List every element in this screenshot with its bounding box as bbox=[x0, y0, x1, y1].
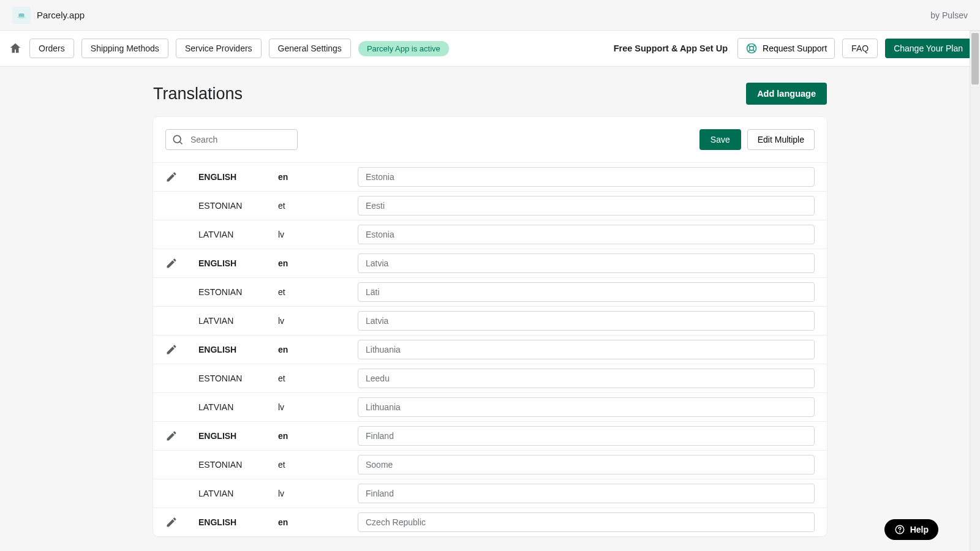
language-code: en bbox=[278, 431, 358, 441]
save-button[interactable]: Save bbox=[699, 129, 741, 150]
edit-row-button[interactable] bbox=[165, 343, 198, 356]
translation-input[interactable] bbox=[358, 196, 815, 216]
pencil-icon bbox=[165, 257, 178, 269]
edit-row-button[interactable] bbox=[165, 257, 198, 269]
language-name: ESTONIAN bbox=[198, 373, 278, 383]
translation-input[interactable] bbox=[358, 253, 815, 273]
svg-line-5 bbox=[753, 45, 755, 47]
language-name: ESTONIAN bbox=[198, 201, 278, 211]
app-title: Parcely.app bbox=[37, 10, 85, 20]
svg-point-8 bbox=[173, 135, 181, 143]
translation-row: ENGLISHen bbox=[153, 335, 827, 364]
svg-line-9 bbox=[180, 142, 183, 144]
translation-row: ESTONIANet bbox=[153, 364, 827, 392]
translation-input[interactable] bbox=[358, 455, 815, 474]
translation-row: LATVIANlv bbox=[153, 479, 827, 508]
translation-row: ENGLISHen bbox=[153, 249, 827, 277]
pencil-icon bbox=[165, 171, 178, 183]
svg-line-6 bbox=[748, 50, 750, 52]
edit-row-button[interactable] bbox=[165, 430, 198, 442]
language-name: ENGLISH bbox=[198, 258, 278, 268]
app-vendor: by Pulsev bbox=[930, 10, 968, 20]
translation-row: ESTONIANet bbox=[153, 277, 827, 306]
language-code: et bbox=[278, 460, 358, 470]
scrollbar[interactable] bbox=[970, 31, 980, 551]
language-name: ESTONIAN bbox=[198, 287, 278, 297]
svg-point-3 bbox=[750, 47, 754, 51]
language-name: LATVIAN bbox=[198, 316, 278, 326]
translation-row: LATVIANlv bbox=[153, 306, 827, 335]
translation-input[interactable] bbox=[358, 340, 815, 359]
translation-input[interactable] bbox=[358, 426, 815, 446]
pencil-icon bbox=[165, 516, 178, 528]
translation-input[interactable] bbox=[358, 484, 815, 503]
navbar: Orders Shipping Methods Service Provider… bbox=[0, 31, 980, 67]
nav-providers[interactable]: Service Providers bbox=[176, 39, 262, 58]
language-code: lv bbox=[278, 316, 358, 326]
app-logo bbox=[12, 7, 31, 24]
app-topbar: Parcely.app by Pulsev bbox=[0, 0, 980, 31]
language-name: LATVIAN bbox=[198, 230, 278, 239]
svg-line-7 bbox=[753, 50, 755, 52]
language-code: et bbox=[278, 287, 358, 297]
nav-shipping[interactable]: Shipping Methods bbox=[81, 39, 168, 58]
add-language-button[interactable]: Add language bbox=[746, 83, 827, 105]
translation-input[interactable] bbox=[358, 311, 815, 331]
translation-row: LATVIANlv bbox=[153, 392, 827, 421]
change-plan-button[interactable]: Change Your Plan bbox=[885, 39, 971, 58]
home-icon[interactable] bbox=[9, 42, 22, 55]
request-support-label: Request Support bbox=[763, 43, 827, 53]
language-name: ENGLISH bbox=[198, 345, 278, 354]
language-code: lv bbox=[278, 230, 358, 239]
parcel-logo-icon bbox=[16, 10, 27, 21]
language-code: en bbox=[278, 258, 358, 268]
faq-button[interactable]: FAQ bbox=[842, 39, 878, 58]
svg-rect-1 bbox=[17, 17, 26, 18]
svg-line-4 bbox=[748, 45, 750, 47]
support-text: Free Support & App Set Up bbox=[614, 43, 728, 53]
nav-orders[interactable]: Orders bbox=[29, 39, 74, 58]
translation-input[interactable] bbox=[358, 225, 815, 244]
language-name: ESTONIAN bbox=[198, 460, 278, 470]
translation-row: ENGLISHen bbox=[153, 162, 827, 191]
language-code: en bbox=[278, 517, 358, 527]
lifebuoy-icon bbox=[745, 42, 758, 54]
translations-card: Save Edit Multiple ENGLISHenESTONIANetLA… bbox=[153, 117, 827, 536]
language-code: et bbox=[278, 201, 358, 211]
translation-input[interactable] bbox=[358, 369, 815, 388]
translation-row: ESTONIANet bbox=[153, 191, 827, 220]
edit-row-button[interactable] bbox=[165, 516, 198, 528]
nav-general[interactable]: General Settings bbox=[269, 39, 351, 58]
language-name: LATVIAN bbox=[198, 489, 278, 498]
translation-row: LATVIANlv bbox=[153, 220, 827, 249]
help-icon bbox=[894, 524, 905, 535]
translation-input[interactable] bbox=[358, 512, 815, 532]
pencil-icon bbox=[165, 343, 178, 356]
help-label: Help bbox=[910, 525, 929, 534]
language-name: LATVIAN bbox=[198, 402, 278, 412]
scrollbar-thumb[interactable] bbox=[971, 33, 979, 84]
translation-row: ENGLISHen bbox=[153, 421, 827, 450]
language-name: ENGLISH bbox=[198, 431, 278, 441]
language-code: lv bbox=[278, 402, 358, 412]
language-code: en bbox=[278, 345, 358, 354]
search-icon bbox=[172, 133, 184, 146]
translation-row: ESTONIANet bbox=[153, 450, 827, 479]
help-button[interactable]: Help bbox=[884, 519, 938, 540]
edit-row-button[interactable] bbox=[165, 171, 198, 183]
request-support-button[interactable]: Request Support bbox=[737, 38, 835, 59]
language-name: ENGLISH bbox=[198, 172, 278, 182]
search-input[interactable] bbox=[165, 129, 298, 150]
translation-input[interactable] bbox=[358, 397, 815, 417]
edit-multiple-button[interactable]: Edit Multiple bbox=[747, 129, 815, 150]
translation-row: ENGLISHen bbox=[153, 508, 827, 536]
language-code: en bbox=[278, 172, 358, 182]
translation-input[interactable] bbox=[358, 282, 815, 302]
language-code: lv bbox=[278, 489, 358, 498]
page-title: Translations bbox=[153, 84, 243, 103]
svg-point-11 bbox=[899, 531, 900, 533]
status-badge: Parcely App is active bbox=[358, 41, 449, 56]
language-name: ENGLISH bbox=[198, 517, 278, 527]
translation-input[interactable] bbox=[358, 167, 815, 187]
language-code: et bbox=[278, 373, 358, 383]
